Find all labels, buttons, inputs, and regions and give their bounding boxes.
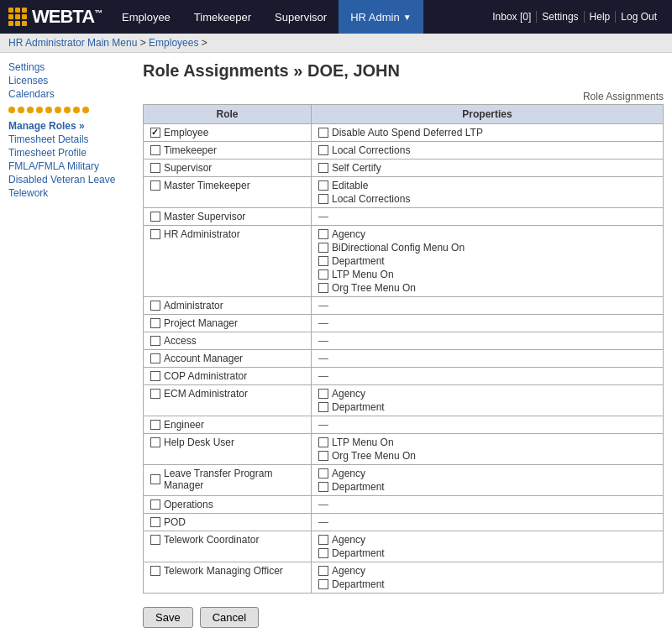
list-item: Agency <box>318 534 656 546</box>
properties-cell: AgencyDepartment <box>312 531 664 562</box>
role-checkbox[interactable] <box>150 180 160 191</box>
role-name: POD <box>164 516 186 528</box>
list-item: Org Tree Menu On <box>318 282 656 294</box>
nav-hradmin[interactable]: HR Admin ▼ <box>339 0 423 34</box>
logo-text: WEBTA™ <box>32 6 102 28</box>
content-area: Role Assignments » DOE, JOHN Role Assign… <box>143 61 664 628</box>
role-name: Project Manager <box>164 317 238 329</box>
table-row: Help Desk User <box>144 434 312 465</box>
sidebar-timesheet-details[interactable]: Timesheet Details <box>8 133 134 145</box>
role-checkbox[interactable] <box>150 318 160 328</box>
no-properties: — <box>318 516 328 528</box>
property-checkbox[interactable] <box>318 163 328 173</box>
role-checkbox[interactable] <box>150 389 160 399</box>
list-item: Org Tree Menu On <box>318 450 656 462</box>
table-row: Telework Coordinator <box>144 531 312 562</box>
sidebar-manage-roles[interactable]: Manage Roles » <box>8 120 134 132</box>
role-checkbox[interactable] <box>150 301 160 311</box>
property-checkbox[interactable] <box>318 243 328 253</box>
breadcrumb-home[interactable]: HR Administrator Main Menu <box>8 37 137 49</box>
nav-supervisor[interactable]: Supervisor <box>263 0 339 34</box>
property-checkbox[interactable] <box>318 283 328 293</box>
nav-main: Employee Timekeeper Supervisor HR Admin … <box>110 0 487 34</box>
property-checkbox[interactable] <box>318 566 328 576</box>
no-properties: — <box>318 300 328 311</box>
save-button[interactable]: Save <box>143 607 193 628</box>
property-label: Agency <box>332 534 365 546</box>
properties-cell: AgencyDepartment <box>312 465 664 496</box>
no-properties: — <box>318 370 328 382</box>
property-checkbox[interactable] <box>318 256 328 266</box>
no-properties: — <box>318 211 328 222</box>
role-checkbox[interactable] <box>150 212 160 222</box>
cancel-button[interactable]: Cancel <box>200 607 259 628</box>
list-item: Self Certify <box>318 162 656 174</box>
role-checkbox[interactable] <box>150 474 160 484</box>
logo-dots <box>8 8 27 26</box>
property-checkbox[interactable] <box>318 402 328 412</box>
role-checkbox[interactable] <box>150 336 160 346</box>
logout-link[interactable]: Log Out <box>616 11 662 23</box>
list-item: Disable Auto Spend Deferred LTP <box>318 127 656 139</box>
properties-cell: — <box>312 332 664 350</box>
table-row: Master Supervisor <box>144 208 312 226</box>
property-checkbox[interactable] <box>318 389 328 399</box>
property-label: Department <box>332 481 385 493</box>
nav-employee[interactable]: Employee <box>110 0 182 34</box>
property-checkbox[interactable] <box>318 535 328 545</box>
table-row: Project Manager <box>144 315 312 332</box>
property-checkbox[interactable] <box>318 128 328 138</box>
property-checkbox[interactable] <box>318 180 328 191</box>
property-label: Org Tree Menu On <box>332 282 416 294</box>
property-label: Disable Auto Spend Deferred LTP <box>332 127 483 139</box>
role-checkbox[interactable] <box>150 371 160 381</box>
role-checkbox[interactable] <box>150 163 160 173</box>
property-label: Self Certify <box>332 162 381 174</box>
role-checkbox[interactable] <box>150 353 160 363</box>
role-checkbox[interactable]: ✓ <box>150 128 160 138</box>
sidebar-fmla[interactable]: FMLA/FMLA Military <box>8 160 134 172</box>
settings-link[interactable]: Settings <box>537 11 584 23</box>
role-checkbox[interactable] <box>150 499 160 510</box>
inbox-link[interactable]: Inbox [0] <box>487 11 537 23</box>
properties-cell: — <box>312 297 664 315</box>
page-title: Role Assignments » DOE, JOHN <box>143 61 664 81</box>
property-checkbox[interactable] <box>318 548 328 558</box>
property-checkbox[interactable] <box>318 579 328 589</box>
role-checkbox[interactable] <box>150 145 160 155</box>
role-checkbox[interactable] <box>150 566 160 576</box>
properties-cell: — <box>312 350 664 368</box>
property-checkbox[interactable] <box>318 468 328 478</box>
logo-area: WEBTA™ <box>0 0 110 34</box>
table-row: Engineer <box>144 416 312 434</box>
property-checkbox[interactable] <box>318 145 328 155</box>
sidebar-licenses[interactable]: Licenses <box>8 75 134 86</box>
property-checkbox[interactable] <box>318 451 328 461</box>
property-checkbox[interactable] <box>318 194 328 204</box>
help-link[interactable]: Help <box>585 11 617 23</box>
property-checkbox[interactable] <box>318 482 328 492</box>
no-properties: — <box>318 353 328 364</box>
property-checkbox[interactable] <box>318 437 328 447</box>
role-checkbox[interactable] <box>150 229 160 239</box>
property-checkbox[interactable] <box>318 229 328 239</box>
role-name: Access <box>164 335 197 347</box>
breadcrumb: HR Administrator Main Menu > Employees > <box>0 34 672 53</box>
table-row: HR Administrator <box>144 226 312 297</box>
breadcrumb-employees[interactable]: Employees <box>149 37 198 49</box>
sidebar-telework[interactable]: Telework <box>8 187 134 199</box>
nav-timekeeper[interactable]: Timekeeper <box>182 0 263 34</box>
property-checkbox[interactable] <box>318 269 328 280</box>
list-item: Agency <box>318 565 656 577</box>
list-item: Editable <box>318 180 656 191</box>
role-checkbox[interactable] <box>150 517 160 527</box>
sidebar-timesheet-profile[interactable]: Timesheet Profile <box>8 147 134 159</box>
property-label: Local Corrections <box>332 193 410 205</box>
table-row: COP Administrator <box>144 368 312 385</box>
sidebar-settings[interactable]: Settings <box>8 61 134 73</box>
sidebar-calendars[interactable]: Calendars <box>8 88 134 100</box>
sidebar-disabled-veteran[interactable]: Disabled Veteran Leave <box>8 174 134 186</box>
role-checkbox[interactable] <box>150 437 160 447</box>
role-checkbox[interactable] <box>150 420 160 430</box>
role-checkbox[interactable] <box>150 535 160 545</box>
